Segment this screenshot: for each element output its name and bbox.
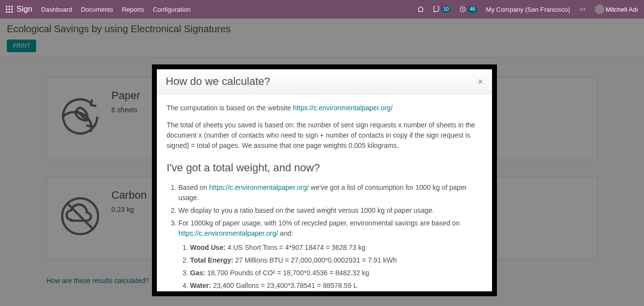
home-icon[interactable] (417, 6, 424, 13)
apps-icon[interactable] (6, 6, 13, 13)
list-item: Total Energy: 27 Millions BTU = 27,000,0… (190, 255, 482, 265)
modal-header: How do we calculate? × (157, 69, 492, 94)
li3-suffix: and: (278, 229, 293, 237)
avatar (595, 4, 604, 14)
list-item: Based on https://c.environmentalpaper.or… (178, 183, 482, 203)
li3-link[interactable]: https://c.environmentalpaper.org/ (178, 229, 278, 237)
brand-label[interactable]: Sign (17, 5, 32, 14)
activities-icon[interactable]: 46 (459, 6, 477, 13)
sub4-label: Water: (190, 282, 211, 289)
list-item: We display to you a ratio based on the s… (178, 205, 482, 216)
sub1-text: 4 US Short Tons = 4*907.18474 = 3628.73 … (226, 244, 365, 251)
debug-icon[interactable] (579, 6, 586, 13)
messages-icon[interactable]: 10 (433, 6, 451, 13)
user-name: Mitchell Adı (606, 6, 638, 13)
modal-body: The computation is based on the website … (157, 94, 492, 291)
svg-rect-6 (6, 11, 7, 13)
modal-subheading: I've got a total weight, and now? (167, 160, 482, 176)
top-navbar: Sign Dashboard Documents Reports Configu… (0, 0, 644, 19)
nav-item-dashboard[interactable]: Dashboard (41, 6, 72, 13)
nav-item-documents[interactable]: Documents (81, 6, 113, 13)
svg-rect-4 (9, 9, 10, 10)
li1-prefix: Based on (178, 184, 209, 191)
modal-sheets-desc: The total of sheets you saved is based o… (167, 120, 482, 151)
modal-intro-prefix: The computation is based on the website (167, 104, 293, 112)
messages-badge: 10 (441, 6, 451, 13)
svg-rect-1 (9, 6, 10, 7)
svg-rect-2 (11, 6, 13, 7)
user-menu[interactable]: Mitchell Adı (595, 4, 638, 14)
svg-rect-5 (11, 9, 13, 10)
sub3-text: 18,700 Pounds of CO² = 18,700*0.4536 = 8… (205, 269, 369, 277)
nav-brand[interactable]: Sign (6, 5, 32, 14)
list-item: Wood Use: 4 US Short Tons = 4*907.18474 … (190, 243, 482, 253)
modal: How do we calculate? × The computation i… (157, 69, 492, 291)
svg-rect-3 (6, 9, 7, 10)
svg-rect-8 (11, 11, 13, 13)
nav-right: 10 46 My Company (San Francisco) Mitchel… (417, 4, 638, 14)
sub2-text: 27 Millions BTU = 27,000,000*0.0002931 =… (233, 256, 397, 264)
list-item: Gas: 18,700 Pounds of CO² = 18,700*0.453… (190, 268, 482, 278)
modal-sublist: Wood Use: 4 US Short Tons = 4*907.18474 … (178, 243, 482, 291)
company-switcher[interactable]: My Company (San Francisco) (486, 6, 570, 13)
list-item: For 1000kg of paper usage, with 10% of r… (178, 218, 482, 291)
nav-item-reports[interactable]: Reports (122, 6, 144, 13)
nav-left: Sign Dashboard Documents Reports Configu… (6, 5, 191, 14)
sub2-label: Total Energy: (190, 256, 233, 264)
modal-list: Based on https://c.environmentalpaper.or… (167, 183, 482, 291)
sub3-label: Gas: (190, 269, 205, 277)
activities-badge: 46 (468, 6, 477, 13)
modal-intro: The computation is based on the website … (167, 103, 482, 113)
svg-rect-7 (9, 11, 10, 13)
nav-item-configuration[interactable]: Configuration (153, 6, 191, 13)
li1-link[interactable]: https://c.environmentalpaper.org/ (209, 184, 309, 191)
li3-prefix: For 1000kg of paper usage, with 10% of r… (178, 219, 460, 227)
svg-rect-0 (6, 6, 7, 7)
modal-wrap: How do we calculate? × The computation i… (152, 64, 497, 296)
sub1-label: Wood Use: (190, 244, 226, 251)
sub4-text: 23,400 Gallons = 23,400*3.78541 = 88578.… (211, 282, 357, 289)
modal-title: How do we calculate? (166, 75, 270, 88)
close-icon[interactable]: × (477, 76, 483, 87)
modal-intro-link[interactable]: https://c.environmentalpaper.org/ (293, 104, 392, 112)
list-item: Water: 23,400 Gallons = 23,400*3.78541 =… (190, 281, 482, 291)
